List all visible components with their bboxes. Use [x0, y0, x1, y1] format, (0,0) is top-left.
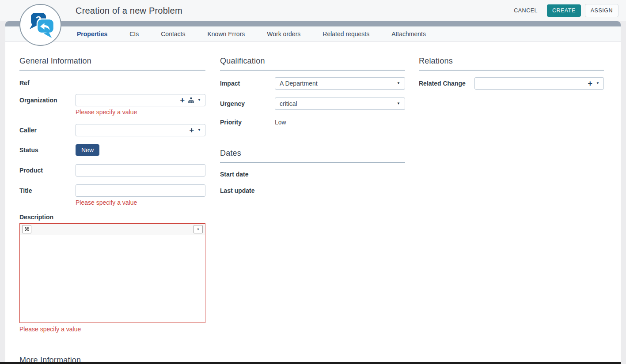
- tab-work-orders[interactable]: Work orders: [267, 30, 300, 38]
- related-change-label: Related Change: [419, 80, 474, 87]
- general-information-section: General Information Ref Organization +: [19, 42, 205, 364]
- create-button[interactable]: CREATE: [547, 4, 581, 17]
- form-content: General Information Ref Organization +: [5, 42, 621, 364]
- chevron-down-icon: ▼: [397, 102, 400, 105]
- section-title-general: General Information: [19, 42, 205, 71]
- product-row: Product: [19, 164, 205, 176]
- maximize-button[interactable]: [22, 225, 31, 233]
- caller-input[interactable]: [80, 124, 186, 136]
- title-label: Title: [19, 187, 76, 194]
- status-badge: New: [76, 144, 99, 156]
- ref-row: Ref: [19, 79, 205, 88]
- chevron-down-icon: ▼: [197, 228, 200, 231]
- urgency-row: Urgency critical ▼: [220, 98, 405, 110]
- product-input[interactable]: [80, 165, 201, 176]
- tab-contacts[interactable]: Contacts: [161, 30, 185, 38]
- problem-bubbles-icon: ?: [27, 11, 55, 39]
- title-row: Title: [19, 184, 205, 197]
- maximize-icon: [24, 227, 29, 232]
- chevron-down-icon[interactable]: ▼: [596, 82, 599, 85]
- organization-input[interactable]: [80, 94, 177, 106]
- related-change-input[interactable]: [478, 78, 584, 89]
- impact-select[interactable]: A Department ▼: [275, 77, 405, 90]
- organization-error: Please specify a value: [76, 109, 205, 116]
- chevron-down-icon[interactable]: ▼: [197, 128, 201, 132]
- chevron-down-icon[interactable]: ▼: [197, 98, 201, 102]
- last-update-label: Last update: [220, 187, 275, 194]
- caller-field: + ▼: [76, 124, 205, 136]
- assign-button[interactable]: ASSIGN: [585, 4, 618, 18]
- organization-row: Organization + ▼: [19, 94, 205, 106]
- product-label: Product: [19, 167, 76, 174]
- description-input[interactable]: [20, 235, 205, 323]
- chevron-down-icon: ▼: [397, 82, 400, 85]
- start-date-label: Start date: [220, 171, 275, 178]
- tab-related-requests[interactable]: Related requests: [322, 30, 369, 38]
- start-date-row: Start date: [220, 171, 405, 180]
- section-title-qualification: Qualification: [220, 42, 405, 71]
- urgency-label: Urgency: [220, 100, 275, 107]
- priority-label: Priority: [220, 119, 275, 126]
- status-label: Status: [19, 146, 76, 154]
- tab-attachments[interactable]: Attachments: [391, 30, 426, 38]
- impact-row: Impact A Department ▼: [220, 77, 405, 90]
- related-change-row: Related Change + ▼: [419, 77, 604, 90]
- bottom-strip: [0, 362, 621, 364]
- section-title-dates: Dates: [220, 128, 405, 163]
- caller-label: Caller: [19, 127, 76, 134]
- tab-cis[interactable]: CIs: [129, 30, 139, 38]
- relations-section: Relations Related Change + ▼: [419, 42, 604, 98]
- description-editor-toolbar: ▼: [20, 224, 205, 235]
- urgency-select[interactable]: critical ▼: [275, 98, 405, 110]
- header-actions: CANCEL CREATE ASSIGN: [508, 0, 618, 21]
- organization-label: Organization: [19, 97, 76, 104]
- caller-row: Caller + ▼: [19, 124, 205, 136]
- title-input[interactable]: [80, 185, 201, 196]
- description-label: Description: [19, 214, 205, 221]
- title-error: Please specify a value: [76, 199, 205, 206]
- product-field: [76, 164, 205, 176]
- last-update-row: Last update: [220, 187, 405, 196]
- status-row: Status New: [19, 144, 205, 156]
- description-editor: ▼: [19, 223, 205, 323]
- priority-row: Priority Low: [220, 119, 405, 128]
- section-title-relations: Relations: [419, 42, 604, 71]
- organization-field: + ▼: [76, 94, 205, 106]
- header: Creation of a new Problem CANCEL CREATE …: [0, 0, 626, 21]
- tab-properties[interactable]: Properties: [77, 30, 107, 38]
- tab-known-errors[interactable]: Known Errors: [208, 30, 245, 38]
- problem-logo: ?: [19, 4, 61, 46]
- hierarchy-icon[interactable]: [188, 98, 194, 103]
- related-change-field: + ▼: [474, 77, 604, 90]
- ref-label: Ref: [19, 79, 76, 86]
- title-field: [76, 184, 205, 197]
- plus-icon[interactable]: +: [588, 79, 593, 87]
- priority-value: Low: [275, 119, 286, 126]
- page-title: Creation of a new Problem: [76, 6, 182, 16]
- cancel-button[interactable]: CANCEL: [508, 4, 543, 17]
- toolbar-dropdown-button[interactable]: ▼: [193, 225, 203, 233]
- description-error: Please specify a value: [19, 326, 205, 333]
- tab-bar: Properties CIs Contacts Known Errors Wor…: [5, 26, 621, 41]
- urgency-select-value: critical: [280, 100, 297, 107]
- impact-label: Impact: [220, 80, 275, 87]
- plus-icon[interactable]: +: [180, 96, 185, 104]
- panel-top-bar: [5, 21, 621, 26]
- impact-select-value: A Department: [280, 80, 318, 87]
- plus-icon[interactable]: +: [190, 126, 194, 134]
- qualification-section: Qualification Impact A Department ▼ Urge…: [220, 42, 405, 204]
